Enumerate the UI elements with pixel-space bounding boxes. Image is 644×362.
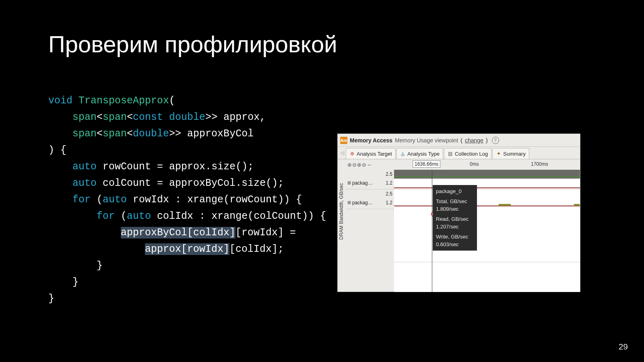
chart-area[interactable]: package_0 Total, GB/sec 1.809/sec Read, …	[394, 170, 580, 292]
scale-high: 2.5	[386, 191, 392, 197]
profiler-title: Memory Access	[350, 137, 392, 144]
type-span: span	[103, 128, 127, 140]
vtune-icon: Am	[340, 137, 347, 144]
ref-approx: approx	[169, 161, 205, 173]
keyword-auto: auto	[72, 177, 97, 189]
tooltip-read-label: Read, GB/sec	[436, 215, 474, 223]
chart-row-0	[394, 170, 580, 189]
fn-xrange: xrange	[211, 210, 248, 222]
method-size: size	[242, 177, 266, 189]
tab-label: Summary	[503, 151, 526, 157]
tab-collection-log[interactable]: ▤Collection Log	[444, 148, 491, 159]
change-link[interactable]: change	[465, 137, 483, 144]
y-axis-label: DRAM Bandwidth, GB/sec	[339, 183, 344, 240]
method-size: size	[211, 161, 235, 173]
open-paren: (	[460, 137, 462, 144]
keyword-void: void	[48, 95, 72, 107]
scale-high: 2.5	[386, 171, 392, 177]
keyword-double: double	[133, 128, 169, 140]
code-text: [rowIdx] =	[235, 227, 296, 239]
time-header: 1636.66ms 0ms 1700ms	[394, 159, 580, 170]
row-name: packag…	[352, 180, 373, 186]
zoom-toolbar[interactable]: ⊕⊖⊕⊖↔	[347, 162, 372, 168]
fn-xrange: xrange	[187, 194, 223, 206]
param-approx: approx	[223, 111, 260, 123]
highlight-lhs: approxByCol[colIdx]	[121, 227, 235, 239]
band-green	[394, 176, 580, 177]
tooltip-write-value: 0.603/sec	[436, 241, 474, 248]
tab-analysis-target[interactable]: ⊕Analysis Target	[346, 148, 396, 159]
target-icon: ⊕	[349, 151, 355, 156]
profiler-body: ⊕⊖⊕⊖↔ DRAM Bandwidth, GB/sec 1636.66ms 0…	[338, 159, 580, 292]
tooltip: package_0 Total, GB/sec 1.809/sec Read, …	[433, 185, 477, 251]
row-labels-column: 2.5 ⊞ packag… 1.2 2.5 ⊞ packag… 1.2	[346, 170, 394, 292]
expand-icon[interactable]: ⊞	[347, 200, 351, 205]
tab-label: Analysis Target	[357, 151, 392, 157]
time-cursor-line[interactable]	[432, 170, 432, 292]
var-colidx: colIdx	[157, 210, 193, 222]
type-fn: TransposeApprox	[78, 95, 169, 107]
tooltip-total-value: 1.809/sec	[436, 205, 474, 213]
keyword-auto: auto	[103, 194, 127, 206]
row-label-0[interactable]: 2.5 ⊞ packag… 1.2	[346, 170, 394, 189]
keyword-double: double	[169, 111, 205, 123]
expand-icon[interactable]: ⊞	[347, 180, 351, 185]
param-approxbycol: approxByCol	[187, 128, 254, 140]
slide: Проверим профилировкой void TransposeApp…	[0, 0, 644, 362]
tab-analysis-type[interactable]: ◬Analysis Type	[396, 148, 443, 159]
help-icon[interactable]: ?	[492, 137, 499, 144]
close-paren: )	[486, 137, 488, 144]
band-spike	[499, 204, 511, 206]
keyword-auto: auto	[127, 210, 151, 222]
band-spike	[574, 204, 580, 206]
keyword-const: const	[133, 111, 163, 123]
var-colcount: colCount	[103, 177, 151, 189]
type-span: span	[72, 128, 97, 140]
tooltip-write-label: Write, GB/sec	[436, 233, 474, 241]
tab-label: Analysis Type	[407, 151, 440, 157]
chevron-left-icon[interactable]: ◁	[339, 147, 345, 159]
highlight-rhs: approx[rowIdx]	[145, 243, 229, 255]
profiler-panel: Am Memory Access Memory Usage viewpoint …	[337, 134, 580, 292]
tick-1700ms: 1700ms	[531, 161, 548, 167]
code-block: void TransposeApprox( span<span<const do…	[48, 93, 326, 307]
profiler-tabs: ◁ ⊕Analysis Target ◬Analysis Type ▤Colle…	[338, 147, 580, 159]
code-text: [colIdx];	[229, 243, 284, 255]
keyword-for: for	[97, 210, 115, 222]
tab-label: Collection Log	[455, 151, 488, 157]
scale-low: 1.2	[386, 180, 392, 186]
keyword-for: for	[72, 194, 91, 206]
time-cursor-value: 1636.66ms	[413, 160, 440, 168]
scale-low: 1.2	[386, 200, 392, 206]
ref-rowcount: rowCount	[229, 194, 278, 206]
tooltip-total-label: Total, GB/sec	[436, 197, 474, 205]
tooltip-read-value: 1.207/sec	[436, 223, 474, 230]
row-label-1[interactable]: 2.5 ⊞ packag… 1.2	[346, 189, 394, 209]
band-red	[394, 206, 580, 206]
band-red	[394, 187, 580, 188]
band-dram2	[394, 170, 580, 179]
var-rowcount: rowCount	[103, 161, 151, 173]
summary-icon: ✦	[496, 151, 501, 156]
profiler-titlebar: Am Memory Access Memory Usage viewpoint …	[338, 134, 580, 147]
profiler-subtitle: Memory Usage viewpoint	[395, 137, 458, 144]
tick-0ms: 0ms	[470, 161, 479, 167]
keyword-auto: auto	[72, 161, 97, 173]
type-icon: ◬	[400, 151, 405, 156]
tooltip-name: package_0	[436, 187, 474, 195]
ref-approxbycol: approxByCol	[169, 177, 235, 189]
log-icon: ▤	[448, 151, 453, 156]
row-name: packag…	[352, 200, 373, 206]
var-rowidx: rowIdx	[133, 194, 169, 206]
ref-colcount: colCount	[254, 210, 302, 222]
type-span: span	[72, 111, 97, 123]
type-span: span	[103, 111, 127, 123]
slide-number: 29	[619, 342, 628, 352]
chart-row-1	[394, 189, 580, 262]
tab-summary[interactable]: ✦Summary	[492, 148, 529, 159]
slide-title: Проверим профилировкой	[48, 31, 337, 58]
